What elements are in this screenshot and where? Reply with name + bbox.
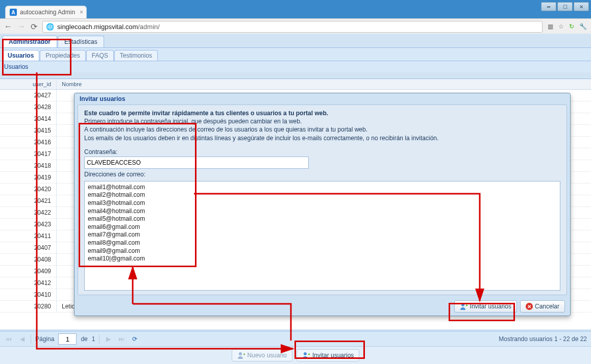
invite-users-dialog: Invitar usuarios Este cuadro te permite … [74,93,571,316]
cell-id: 20428 [0,101,57,113]
browser-tab-title: autocoaching Admin [20,9,75,16]
url-domain: singlecoach.migpsvital.com [57,23,138,31]
bookmark-icon[interactable]: ☆ [558,23,564,30]
window-maximize-icon[interactable]: ☐ [557,2,573,11]
dialog-intro-bold: Este cuadro te permite invitar rápidamen… [84,109,560,117]
cell-id: 20407 [0,242,57,253]
page-label: Página [35,335,54,343]
tab-estadisticas[interactable]: Estadísticas [58,36,104,47]
url-path: /admin/ [138,23,160,31]
window-close-icon[interactable]: ✕ [574,2,589,11]
user-invite-icon [302,351,310,359]
dialog-intro-line1: Primero introduce la contraseña inicial,… [84,117,560,125]
favicon-icon: A [10,9,17,16]
extension-icon[interactable]: ▦ [548,23,553,30]
column-header-name[interactable]: Nombre [57,79,591,89]
dialog-cancel-button[interactable]: ✕ Cancelar [520,300,565,313]
page-total: 1 [92,335,95,343]
cell-id: 20419 [0,172,57,183]
password-input[interactable] [84,157,309,169]
dialog-intro-line2: A continuación incluye las direcciones d… [84,125,560,134]
cell-id: 20417 [0,148,57,160]
page-of-label: de [81,335,87,343]
new-user-button[interactable]: Nuevo usuario [232,349,292,361]
panel-title: Usuarios [0,61,591,72]
invite-users-label: Invitar usuarios [312,352,354,359]
page-first-icon[interactable]: ⏮ [4,334,13,344]
column-header-id[interactable]: user_id [0,79,57,89]
svg-point-2 [304,352,307,355]
svg-point-1 [239,352,242,355]
cell-id: 20412 [0,277,57,289]
emails-textarea[interactable]: email1@hotmail.com email2@hotmail.com em… [84,181,560,291]
back-icon[interactable]: ← [4,22,12,31]
password-label: Contraseña: [84,148,560,155]
dialog-intro-line3: Los emails de los usuarios deben ir en d… [84,134,560,142]
new-user-label: Nuevo usuario [248,352,287,359]
paging-status: Mostrando usuarios 1 - 22 de 22 [499,335,587,343]
cell-id: 20418 [0,160,57,171]
wrench-icon[interactable]: 🔧 [579,23,587,30]
subtab-propiedades[interactable]: Propiedades [40,50,85,61]
user-add-icon [237,351,245,359]
cell-id: 20423 [0,219,57,230]
subtab-usuarios[interactable]: Usuarios [2,50,39,61]
subtab-testimonios[interactable]: Testimonios [114,50,158,61]
page-last-icon[interactable]: ⏭ [117,334,126,344]
dialog-invite-button[interactable]: Invitar usuarios [454,300,517,313]
site-info-icon[interactable]: 🌐 [46,23,54,31]
cell-id: 20410 [0,289,57,300]
window-minimize-icon[interactable]: ━ [541,2,556,11]
cell-id: 20408 [0,254,57,265]
cell-id: 20416 [0,137,57,148]
page-next-icon[interactable]: ▶ [104,334,113,344]
svg-point-0 [461,303,464,306]
cell-id: 20415 [0,125,57,136]
emails-label: Direcciones de correo: [84,171,560,178]
invite-users-button[interactable]: Invitar usuarios [297,349,359,361]
sync-icon[interactable]: ↻ [569,23,574,30]
cell-id: 20414 [0,113,57,124]
dialog-cancel-label: Cancelar [535,303,559,310]
dialog-title: Invitar usuarios [75,93,570,105]
dialog-invite-label: Invitar usuarios [470,303,511,310]
url-bar[interactable]: 🌐 singlecoach.migpsvital.com/admin/ [42,21,543,33]
cell-id: 20427 [0,90,57,101]
cell-id: 20280 [0,301,57,312]
forward-icon[interactable]: → [17,22,26,31]
user-invite-icon [460,302,468,310]
page-input[interactable] [58,333,77,345]
cell-id: 20411 [0,230,57,242]
cell-id: 20421 [0,195,57,206]
page-refresh-icon[interactable]: ⟳ [130,334,139,344]
cell-id: 20420 [0,184,57,195]
browser-tab[interactable]: A autocoaching Admin × [5,6,87,18]
cancel-icon: ✕ [526,303,533,310]
tab-administrador[interactable]: Administrador [2,36,57,47]
subtab-faqs[interactable]: FAQS [86,50,114,61]
cell-id: 20409 [0,266,57,277]
page-prev-icon[interactable]: ◀ [17,334,27,344]
reload-icon[interactable]: ⟳ [31,22,37,32]
cell-id: 20422 [0,207,57,218]
tab-close-icon[interactable]: × [80,9,83,16]
